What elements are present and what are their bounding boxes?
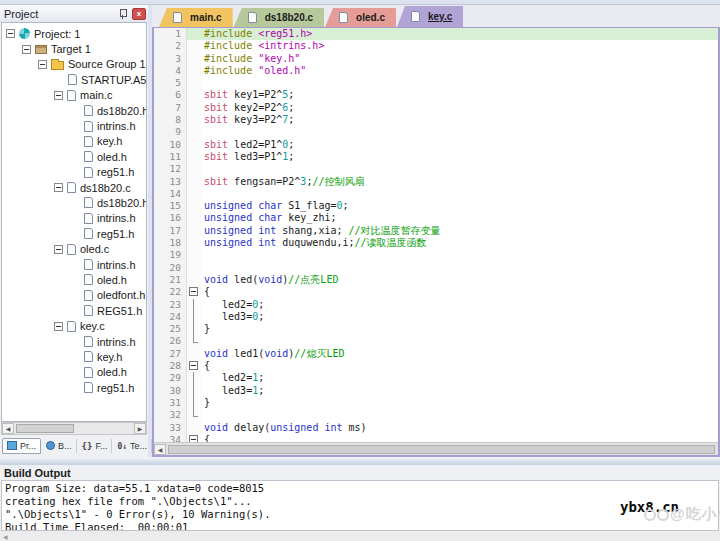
code-line[interactable]: 19 [154,249,718,261]
fold-margin[interactable] [187,200,201,212]
code-line[interactable]: 25} [154,323,718,335]
editor-tab-key-c[interactable]: key.c [397,6,463,27]
code-line[interactable]: 29 led2=1; [154,372,718,384]
panel-tab-functions[interactable]: F... [78,439,113,453]
code-line[interactable]: 5 [154,77,718,89]
code-line[interactable]: 30 led3=1; [154,385,718,397]
tree-item-ds18b20-h[interactable]: ds18b20.h [2,195,146,210]
tree-expander-icon[interactable] [54,322,63,331]
build-output-hscrollbar[interactable]: ◀ [0,531,720,541]
fold-margin[interactable] [187,102,201,114]
fold-margin[interactable] [187,299,201,311]
fold-margin[interactable] [187,126,201,138]
tree-item-target-1[interactable]: Target 1 [2,41,146,56]
code-line[interactable]: 20 [154,262,718,274]
horizontal-splitter[interactable] [0,457,720,465]
tree-expander-icon[interactable] [54,183,63,192]
panel-tab-templates[interactable]: Te... [113,439,152,453]
tree-expander-icon[interactable] [6,29,15,38]
project-tree-hscrollbar[interactable]: ◀ ▶ [1,422,147,435]
code-line[interactable]: 6sbit key1=P2^5; [154,89,718,101]
tree-item-source-group-1[interactable]: Source Group 1 [2,57,146,72]
tree-expander-icon[interactable] [54,245,63,254]
code-line[interactable]: 1#include <reg51.h> [154,28,718,40]
code-line[interactable]: 24 led3=0; [154,311,718,323]
fold-collapse-icon[interactable] [189,361,198,370]
fold-margin[interactable] [187,422,201,434]
tree-item-oledfont-h[interactable]: oledfont.h [2,288,146,303]
editor-tab-main-c[interactable]: main.c [159,8,233,27]
tree-item-ds18b20-c[interactable]: ds18b20.c [2,180,146,195]
tree-item-intrins-h[interactable]: intrins.h [2,334,146,349]
code-line[interactable]: 2#include <intrins.h> [154,40,718,52]
fold-margin[interactable] [187,139,201,151]
code-line[interactable]: 11sbit led3=P1^1; [154,151,718,163]
tree-item-intrins-h[interactable]: intrins.h [2,211,146,226]
fold-margin[interactable] [187,225,201,237]
editor-tab-oled-c[interactable]: oled.c [325,8,396,27]
code-line[interactable]: 28{ [154,360,718,372]
fold-collapse-icon[interactable] [189,435,198,442]
tree-item-intrins-h[interactable]: intrins.h [2,257,146,272]
code-line[interactable]: 10sbit led2=P1^0; [154,139,718,151]
tree-item-oled-h[interactable]: oled.h [2,272,146,287]
fold-margin[interactable] [187,163,201,175]
code-line[interactable]: 14 [154,188,718,200]
tree-item-reg51-h[interactable]: reg51.h [2,226,146,241]
scroll-thumb[interactable] [168,445,715,454]
code-line[interactable]: 18unsigned int duquwendu,i;//读取温度函数 [154,237,718,249]
tree-item-project-1[interactable]: Project: 1 [2,26,146,41]
fold-collapse-icon[interactable] [189,287,198,296]
panel-tab-books[interactable]: B... [42,439,77,453]
tree-item-key-c[interactable]: key.c [2,318,146,333]
fold-margin[interactable] [187,237,201,249]
code-line[interactable]: 23 led2=0; [154,299,718,311]
close-icon[interactable]: x [132,8,146,20]
fold-margin[interactable] [187,249,201,261]
fold-margin[interactable] [187,65,201,77]
fold-margin[interactable] [187,397,201,409]
fold-margin[interactable] [187,409,201,421]
code-line[interactable]: 34{ [154,434,718,442]
code-line[interactable]: 22{ [154,286,718,298]
fold-margin[interactable] [187,89,201,101]
code-line[interactable]: 9 [154,126,718,138]
fold-margin[interactable] [187,335,201,347]
fold-margin[interactable] [187,385,201,397]
code-line[interactable]: 17unsigned int shang,xia; //对比温度暂存变量 [154,225,718,237]
code-line[interactable]: 32 [154,409,718,421]
scroll-right-icon[interactable]: ▶ [134,423,146,434]
tree-expander-icon[interactable] [54,91,63,100]
tree-item-key-h[interactable]: key.h [2,134,146,149]
fold-margin[interactable] [187,53,201,65]
tree-item-reg51-h[interactable]: REG51.h [2,303,146,318]
fold-margin[interactable] [187,360,201,372]
tree-item-oled-h[interactable]: oled.h [2,149,146,164]
code-line[interactable]: 26 [154,335,718,347]
fold-margin[interactable] [187,151,201,163]
code-line[interactable]: 12 [154,163,718,175]
fold-margin[interactable] [187,262,201,274]
tree-item-oled-c[interactable]: oled.c [2,241,146,256]
code-line[interactable]: 8sbit key3=P2^7; [154,114,718,126]
fold-margin[interactable] [187,274,201,286]
tree-item-oled-h[interactable]: oled.h [2,365,146,380]
fold-margin[interactable] [187,311,201,323]
tree-item-reg51-h[interactable]: reg51.h [2,165,146,180]
code-line[interactable]: 7sbit key2=P2^6; [154,102,718,114]
code-line[interactable]: 31} [154,397,718,409]
fold-margin[interactable] [187,77,201,89]
fold-margin[interactable] [187,212,201,224]
editor-tab-ds18b20-c[interactable]: ds18b20.c [234,8,324,27]
code-line[interactable]: 3#include "key.h" [154,53,718,65]
scroll-left-icon[interactable]: ◀ [2,423,14,434]
tree-item-reg51-h[interactable]: reg51.h [2,380,146,395]
fold-margin[interactable] [187,286,201,298]
fold-margin[interactable] [187,114,201,126]
pin-icon[interactable] [118,8,128,20]
fold-margin[interactable] [187,434,201,442]
scroll-left-icon[interactable]: ◀ [154,444,166,455]
editor-hscrollbar[interactable]: ◀ [154,442,718,455]
code-line[interactable]: 33void delay(unsigned int ms) [154,422,718,434]
fold-margin[interactable] [187,188,201,200]
